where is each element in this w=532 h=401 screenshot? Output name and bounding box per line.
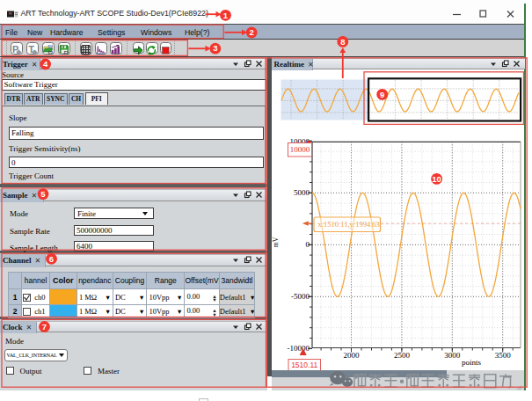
svg-text:1: 1 bbox=[223, 11, 229, 20]
svg-text:4: 4 bbox=[43, 59, 48, 69]
svg-text:6: 6 bbox=[49, 254, 54, 264]
svg-text:10: 10 bbox=[432, 174, 441, 184]
svg-text:2: 2 bbox=[250, 27, 254, 37]
svg-text:7: 7 bbox=[42, 322, 47, 332]
svg-text:5: 5 bbox=[40, 189, 46, 199]
svg-text:9: 9 bbox=[380, 90, 384, 99]
svg-text:8: 8 bbox=[340, 37, 345, 47]
svg-text:3: 3 bbox=[213, 43, 217, 53]
